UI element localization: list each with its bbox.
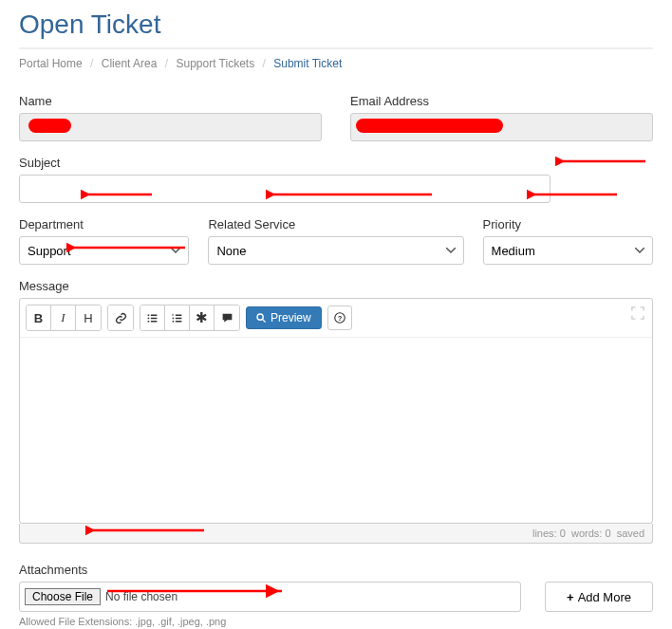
message-textarea[interactable] [20,338,652,523]
priority-select[interactable]: Medium [483,236,653,265]
italic-button[interactable]: I [51,305,76,330]
plus-icon: + [567,590,574,604]
breadcrumb-link-tickets[interactable]: Support Tickets [176,57,254,70]
subject-input[interactable] [19,175,551,203]
comment-button[interactable] [215,305,239,330]
comment-icon [221,312,233,324]
name-label: Name [19,94,322,108]
page-title: Open Ticket [19,9,653,40]
editor-status: lines: 0 words: 0 saved [19,524,653,544]
divider [19,47,653,49]
redaction-name [28,119,71,133]
department-label: Department [19,217,189,231]
file-input-wrapper[interactable]: Choose File No file chosen [19,582,521,612]
preview-button[interactable]: Preview [246,306,322,329]
expand-icon [631,306,644,320]
help-icon: ? [334,312,345,324]
add-more-button[interactable]: + Add More [545,582,653,612]
breadcrumb-link-client[interactable]: Client Area [102,57,158,70]
subject-label: Subject [19,156,653,170]
message-label: Message [19,279,653,293]
breadcrumb-link-home[interactable]: Portal Home [19,57,83,70]
svg-point-0 [257,314,263,320]
priority-label: Priority [483,217,653,231]
help-button[interactable]: ? [327,305,352,330]
file-status-text: No file chosen [105,590,177,603]
list-icon [146,312,159,324]
redaction-email [356,119,503,133]
bold-button[interactable]: B [27,305,51,330]
svg-line-1 [263,319,266,322]
link-button[interactable] [108,305,133,330]
editor-toolbar: B I H ✱ Preview ? [20,299,652,338]
email-label: Email Address [350,94,653,108]
choose-file-button[interactable]: Choose File [25,588,101,605]
search-icon [256,313,267,324]
attachments-label: Attachments [19,563,653,577]
allowed-extensions-note: Allowed File Extensions: .jpg, .gif, .jp… [19,616,653,627]
department-select[interactable]: Support [19,236,189,265]
olist-button[interactable] [165,305,190,330]
fullscreen-button[interactable] [631,306,644,320]
breadcrumb-current: Submit Ticket [273,57,342,70]
heading-button[interactable]: H [76,305,101,330]
star-button[interactable]: ✱ [190,305,215,330]
breadcrumb: Portal Home / Client Area / Support Tick… [19,57,653,70]
related-service-select[interactable]: None [208,236,463,265]
ordered-list-icon [171,312,183,324]
related-service-label: Related Service [208,217,463,231]
list-button[interactable] [140,305,165,330]
svg-text:?: ? [337,314,342,323]
message-editor: B I H ✱ Preview ? [19,298,653,524]
link-icon [115,312,127,324]
